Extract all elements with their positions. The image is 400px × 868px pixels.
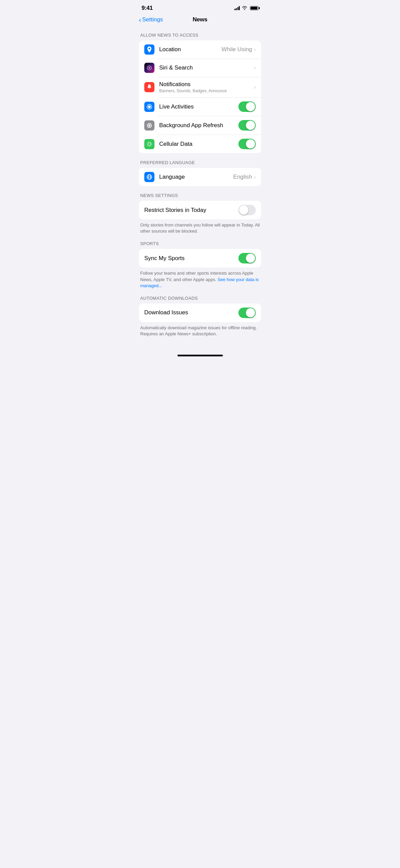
chevron-language-icon: › [254, 174, 256, 180]
back-chevron-icon: ‹ [139, 16, 141, 24]
icon-siri [144, 63, 154, 73]
section-language: PREFERRED LANGUAGE Language English › [133, 160, 267, 186]
label-language: Language [159, 174, 233, 180]
section-header-language: PREFERRED LANGUAGE [133, 160, 267, 168]
icon-cellular [144, 139, 154, 149]
label-location: Location [159, 46, 222, 53]
row-restrict-stories[interactable]: Restrict Stories in Today [139, 201, 261, 219]
value-location: While Using [222, 46, 252, 53]
label-notifications: Notifications [159, 81, 254, 88]
section-news-settings: NEWS SETTINGS Restrict Stories in Today … [133, 193, 267, 234]
toggle-restrict-stories[interactable] [238, 205, 256, 215]
row-notifications[interactable]: Notifications Banners, Sounds, Badges, A… [139, 77, 261, 97]
battery-icon [250, 6, 258, 10]
icon-background-refresh [144, 120, 154, 131]
back-button[interactable]: ‹ Settings [139, 16, 163, 24]
section-auto-downloads: AUTOMATIC DOWNLOADS Download Issues Auto… [133, 296, 267, 337]
card-auto-downloads: Download Issues [139, 303, 261, 322]
sublabel-notifications: Banners, Sounds, Badges, Announce [159, 88, 254, 93]
row-live-activities[interactable]: Live Activities [139, 97, 261, 116]
row-background-refresh[interactable]: Background App Refresh [139, 116, 261, 135]
chevron-location-icon: › [254, 47, 256, 52]
page-title: News [193, 16, 208, 23]
home-indicator [177, 355, 223, 356]
toggle-cellular[interactable] [238, 139, 256, 149]
section-header-allow-news: ALLOW NEWS TO ACCESS [133, 33, 267, 40]
status-bar: 9:41 [133, 0, 267, 14]
icon-location [144, 44, 154, 55]
chevron-siri-icon: › [254, 65, 256, 71]
svg-point-5 [148, 143, 151, 145]
icon-globe [144, 172, 154, 182]
label-background-refresh: Background App Refresh [159, 122, 238, 129]
settings-content: ALLOW NEWS TO ACCESS Location While Usin… [133, 27, 267, 349]
row-cellular[interactable]: Cellular Data [139, 135, 261, 153]
card-sports: Sync My Sports [139, 249, 261, 268]
section-sports: SPORTS Sync My Sports Follow your teams … [133, 241, 267, 289]
toggle-download-issues[interactable] [238, 308, 256, 318]
section-header-news-settings: NEWS SETTINGS [133, 193, 267, 201]
svg-point-6 [147, 142, 152, 146]
icon-live-activities [144, 102, 154, 112]
footer-sports: Follow your teams and other sports inter… [133, 268, 267, 289]
section-header-auto-downloads: AUTOMATIC DOWNLOADS [133, 296, 267, 303]
footer-news-settings: Only stories from channels you follow wi… [133, 219, 267, 234]
row-sync-sports[interactable]: Sync My Sports [139, 249, 261, 268]
nav-bar: ‹ Settings News [133, 14, 267, 27]
signal-icon [234, 6, 240, 10]
row-siri[interactable]: Siri & Search › [139, 59, 261, 77]
toggle-background-refresh[interactable] [238, 120, 256, 131]
row-language[interactable]: Language English › [139, 168, 261, 186]
toggle-sync-sports[interactable] [238, 253, 256, 263]
wifi-icon [242, 6, 247, 11]
footer-auto-downloads: Automatically download magazine issues f… [133, 322, 267, 337]
svg-point-1 [148, 67, 150, 69]
row-download-issues[interactable]: Download Issues [139, 303, 261, 322]
icon-notifications [144, 82, 154, 92]
label-download-issues: Download Issues [144, 309, 238, 316]
svg-point-4 [149, 125, 150, 126]
row-location[interactable]: Location While Using › [139, 40, 261, 59]
status-icons [234, 6, 259, 11]
label-sync-sports: Sync My Sports [144, 255, 238, 262]
label-siri: Siri & Search [159, 64, 254, 71]
status-time: 9:41 [142, 5, 153, 12]
section-header-sports: SPORTS [133, 241, 267, 249]
section-allow-news: ALLOW NEWS TO ACCESS Location While Usin… [133, 33, 267, 153]
value-language: English [233, 174, 252, 180]
label-restrict-stories: Restrict Stories in Today [144, 207, 238, 214]
label-cellular: Cellular Data [159, 141, 238, 147]
card-news-settings: Restrict Stories in Today [139, 201, 261, 219]
card-allow-news: Location While Using › Siri & Search › [139, 40, 261, 153]
card-language: Language English › [139, 168, 261, 186]
chevron-notifications-icon: › [254, 84, 256, 90]
svg-point-2 [148, 105, 151, 108]
back-label: Settings [142, 16, 163, 23]
toggle-live-activities[interactable] [238, 101, 256, 112]
label-live-activities: Live Activities [159, 103, 238, 110]
